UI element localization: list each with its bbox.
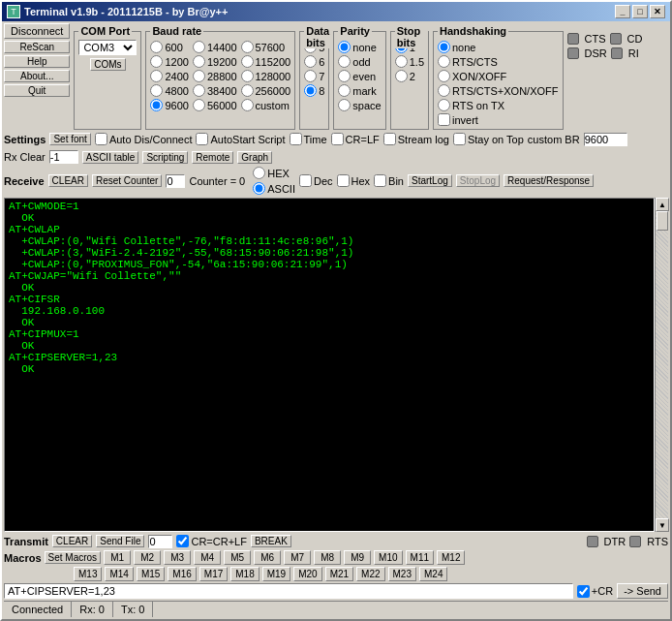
hs-none[interactable]: none (438, 41, 559, 53)
macro-m6[interactable]: M6 (254, 550, 281, 565)
macro-m5[interactable]: M5 (224, 550, 251, 565)
minimize-button[interactable]: _ (615, 5, 630, 18)
baud-256000[interactable]: 256000 (241, 84, 291, 97)
parity-space[interactable]: space (338, 99, 381, 111)
receive-scrollbar[interactable]: ▲ ▼ (655, 198, 668, 532)
baud-2400[interactable]: 2400 (150, 70, 188, 82)
macro-m3[interactable]: M3 (164, 550, 191, 565)
macro-m17[interactable]: M17 (199, 567, 228, 581)
baud-1200[interactable]: 1200 (150, 55, 188, 68)
parity-mark[interactable]: mark (338, 84, 381, 97)
data-8[interactable]: 8 (304, 84, 324, 97)
macro-m2[interactable]: M2 (134, 550, 161, 565)
coms-button[interactable]: COMs (90, 58, 125, 71)
dec-check[interactable]: Dec (299, 174, 333, 187)
macro-m9[interactable]: M9 (344, 550, 371, 565)
scroll-up-button[interactable]: ▲ (656, 198, 669, 211)
remote-button[interactable]: Remote (192, 151, 233, 164)
about-button[interactable]: About... (4, 70, 70, 82)
hs-rtscts[interactable]: RTS/CTS (438, 55, 559, 68)
close-button[interactable]: ✕ (650, 5, 665, 18)
stay-on-top-check[interactable]: Stay on Top (453, 133, 524, 145)
transmit-clear-button[interactable]: CLEAR (52, 535, 92, 547)
quit-button[interactable]: Quit (4, 84, 70, 97)
baud-28800[interactable]: 28800 (193, 70, 237, 82)
custom-br-input[interactable] (584, 133, 627, 146)
hs-both[interactable]: RTS/CTS+XON/XOFF (438, 84, 559, 97)
graph-button[interactable]: Graph (237, 151, 272, 164)
macro-m1[interactable]: M1 (104, 550, 131, 565)
maximize-button[interactable]: □ (632, 5, 648, 18)
baud-128000[interactable]: 128000 (241, 70, 291, 82)
macro-m21[interactable]: M21 (325, 567, 353, 581)
help-button[interactable]: Help (4, 55, 70, 68)
hs-invert[interactable]: invert (438, 113, 559, 126)
parity-even[interactable]: even (338, 70, 381, 82)
baud-56000[interactable]: 56000 (193, 99, 237, 111)
parity-none[interactable]: none (338, 41, 381, 53)
bin-check[interactable]: Bin (374, 174, 404, 187)
macro-m16[interactable]: M16 (168, 567, 196, 581)
scroll-down-button[interactable]: ▼ (656, 518, 669, 532)
stop-15[interactable]: 1.5 (395, 55, 424, 68)
macro-m20[interactable]: M20 (293, 567, 321, 581)
macro-m18[interactable]: M18 (230, 567, 259, 581)
counter-input[interactable] (166, 174, 185, 188)
send-button[interactable]: -> Send (617, 583, 668, 599)
parity-odd[interactable]: odd (338, 55, 381, 68)
macro-m24[interactable]: M24 (419, 567, 447, 581)
reset-counter-button[interactable]: Reset Counter (92, 174, 162, 187)
macro-m23[interactable]: M23 (388, 567, 416, 581)
hex-check[interactable]: Hex (337, 174, 371, 187)
macro-m14[interactable]: M14 (105, 567, 133, 581)
stream-log-check[interactable]: Stream log (383, 133, 449, 145)
set-macros-button[interactable]: Set Macros (45, 551, 102, 564)
macro-m12[interactable]: M12 (437, 550, 465, 565)
macro-m7[interactable]: M7 (284, 550, 311, 565)
autostart-script-check[interactable]: AutoStart Script (196, 133, 285, 145)
hex-radio[interactable]: HEX (253, 167, 295, 179)
rescan-button[interactable]: ReScan (4, 41, 70, 53)
receive-area[interactable]: AT+CWMODE=1 OK AT+CWLAP +CWLAP:(0,"Wifi … (4, 198, 655, 532)
command-input[interactable] (4, 583, 573, 599)
cr-lf-check[interactable]: CR=LF (331, 133, 380, 145)
macro-m11[interactable]: M11 (406, 550, 434, 565)
cr-check[interactable]: +CR (577, 585, 613, 598)
baud-custom[interactable]: custom (241, 99, 291, 111)
disconnect-button[interactable]: Disconnect (4, 23, 70, 39)
data-6[interactable]: 6 (304, 55, 324, 68)
set-font-button[interactable]: Set font (49, 133, 90, 145)
receive-clear-button[interactable]: CLEAR (48, 174, 88, 187)
transmit-counter-input[interactable] (148, 535, 172, 548)
baud-14400[interactable]: 14400 (193, 41, 237, 53)
scripting-button[interactable]: Scripting (142, 151, 188, 164)
macro-m22[interactable]: M22 (356, 567, 384, 581)
baud-19200[interactable]: 19200 (193, 55, 237, 68)
baud-600[interactable]: 600 (150, 41, 188, 53)
ascii-radio[interactable]: ASCII (253, 182, 295, 195)
macro-m15[interactable]: M15 (137, 567, 165, 581)
crlf-check[interactable]: CR=CR+LF (176, 535, 246, 547)
macro-m4[interactable]: M4 (194, 550, 221, 565)
break-button[interactable]: BREAK (251, 535, 291, 547)
rx-clear-input[interactable] (49, 150, 78, 164)
macro-m13[interactable]: M13 (74, 567, 102, 581)
hs-xon[interactable]: XON/XOFF (438, 70, 559, 82)
stop-2[interactable]: 2 (395, 70, 424, 82)
macro-m10[interactable]: M10 (374, 550, 402, 565)
baud-57600[interactable]: 57600 (241, 41, 291, 53)
baud-9600[interactable]: 9600 (150, 99, 188, 111)
macro-m8[interactable]: M8 (314, 550, 341, 565)
baud-115200[interactable]: 115200 (241, 55, 291, 68)
comport-select[interactable]: COM3 (78, 40, 137, 55)
hs-rtson[interactable]: RTS on TX (438, 99, 559, 111)
baud-4800[interactable]: 4800 (150, 84, 188, 97)
time-check[interactable]: Time (290, 133, 327, 145)
baud-38400[interactable]: 38400 (193, 84, 237, 97)
stoplog-button[interactable]: StopLog (456, 174, 500, 187)
startlog-button[interactable]: StartLog (408, 174, 452, 187)
data-7[interactable]: 7 (304, 70, 324, 82)
ascii-table-button[interactable]: ASCII table (82, 151, 139, 164)
auto-dis-connect-check[interactable]: Auto Dis/Connect (95, 133, 193, 145)
scroll-thumb[interactable] (657, 211, 668, 231)
